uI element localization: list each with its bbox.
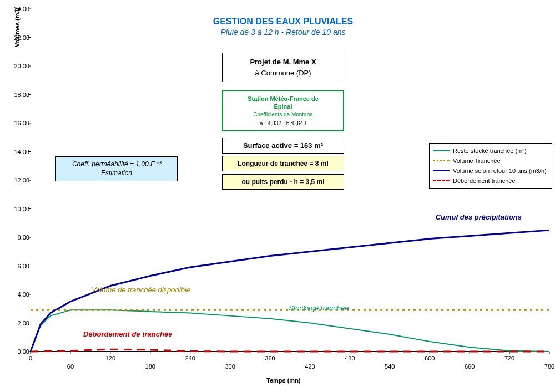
legend: Reste stocké tranchée (m³) Volume Tranch… (429, 143, 552, 189)
x-axis-label: Temps (mn) (266, 377, 301, 384)
chart-title: GESTION DES EAUX PLUVIALES (205, 17, 361, 27)
station-line4: a : 4,832 - b :0,643 (229, 120, 337, 127)
y-tick-label: 4,00 (7, 291, 29, 298)
y-tick-label: 6,00 (7, 263, 29, 269)
legend-swatch-icon (433, 147, 450, 155)
x-tick-label: 720 (504, 355, 514, 362)
box-longueur: Longueur de tranchée = 8 ml (222, 156, 344, 171)
legend-label: Débordement tranchée (453, 177, 516, 184)
y-tick-label: 8,00 (7, 234, 29, 241)
perm-line2: Estimation (62, 169, 171, 178)
station-line3: Coefficients de Montana (229, 111, 337, 118)
y-tick-label: 10,00 (7, 206, 29, 212)
legend-label: Volume selon retour 10 ans (m3/h) (453, 167, 547, 174)
y-tick-label: 0,00 (7, 348, 29, 355)
y-tick-label: 14,00 (7, 149, 29, 155)
annotation-debordement: Débordement de tranchée (83, 330, 172, 338)
legend-item: Reste stocké tranchée (m³) (433, 146, 548, 156)
x-tick-label: 600 (425, 355, 435, 362)
annotation-stockage: Stockage tranchée (289, 304, 349, 312)
box-surface: Surface active = 163 m² (222, 138, 344, 154)
legend-item: Volume selon retour 10 ans (m3/h) (433, 166, 548, 176)
legend-label: Reste stocké tranchée (m³) (453, 147, 527, 154)
projet-line1: Projet de M. Mme X (228, 57, 338, 68)
projet-line2: à Commune (DP) (228, 68, 338, 79)
x-tick-label: 60 (67, 363, 74, 370)
x-tick-label: 240 (185, 355, 195, 362)
x-tick-label: 120 (105, 355, 115, 362)
x-tick-label: 360 (265, 355, 275, 362)
legend-item: Débordement tranchée (433, 176, 548, 186)
series-line (31, 349, 549, 352)
y-tick-label: 12,00 (7, 177, 29, 184)
perm-line1: Coeff. perméabilité = 1,00.E⁻⁵ (62, 160, 171, 169)
y-tick-label: 22,00 (7, 34, 29, 41)
annotation-cumul: Cumul des précipitations (436, 213, 522, 221)
x-tick-label: 0 (29, 355, 32, 362)
x-tick-label: 420 (305, 363, 315, 370)
legend-swatch-icon (433, 167, 450, 175)
station-line1: Station Météo-France de (229, 95, 337, 103)
x-tick-label: 660 (465, 363, 475, 370)
legend-swatch-icon (433, 157, 450, 165)
y-tick-label: 24,00 (7, 6, 29, 12)
legend-item: Volume Tranchée (433, 156, 548, 166)
x-tick-label: 780 (544, 363, 554, 370)
chart-subtitle: Pluie de 3 à 12 h - Retour de 10 ans (205, 28, 361, 37)
legend-label: Volume Tranchée (453, 157, 501, 164)
y-tick-label: 2,00 (7, 320, 29, 327)
box-permeability: Coeff. perméabilité = 1,00.E⁻⁵ Estimatio… (56, 156, 178, 181)
station-line2: Epinal (229, 103, 337, 110)
x-tick-label: 180 (145, 363, 155, 370)
x-tick-label: 300 (225, 363, 235, 370)
legend-swatch-icon (433, 177, 450, 185)
y-tick-label: 18,00 (7, 91, 29, 98)
y-tick-label: 16,00 (7, 120, 29, 126)
box-puits: ou puits perdu - h = 3,5 ml (222, 174, 344, 190)
box-station: Station Météo-France de Epinal Coefficie… (222, 90, 344, 131)
x-tick-label: 480 (345, 355, 355, 362)
x-tick-label: 540 (385, 363, 395, 370)
box-projet: Projet de M. Mme X à Commune (DP) (222, 53, 344, 82)
annotation-volume-tranchee: Volume de tranchée disponible (92, 286, 190, 294)
y-axis-label: Volumes (m3) (14, 8, 21, 47)
y-tick-label: 20,00 (7, 63, 29, 69)
